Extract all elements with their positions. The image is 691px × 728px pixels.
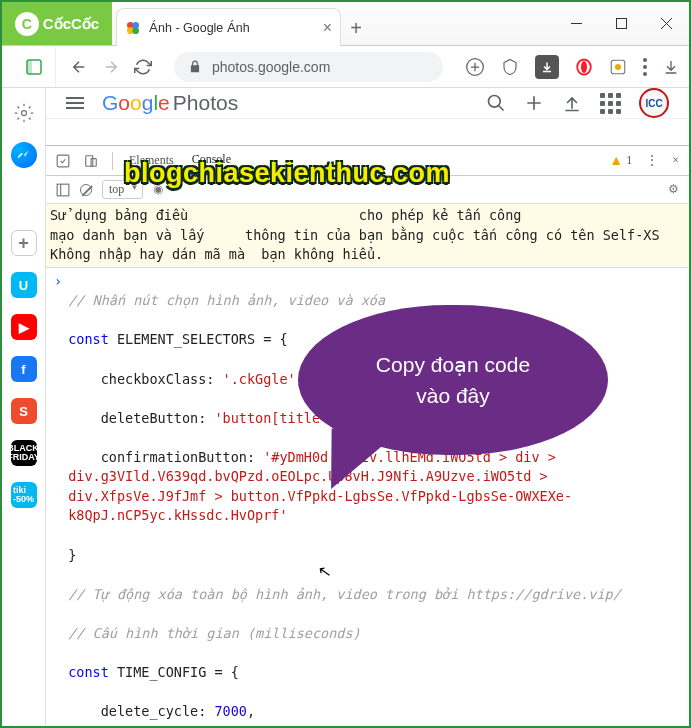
console-sidebar-icon[interactable] <box>56 183 70 197</box>
svg-point-13 <box>643 65 647 69</box>
opera-ext-icon[interactable] <box>575 58 593 76</box>
settings-icon[interactable] <box>11 100 37 126</box>
url-bar[interactable]: photos.google.com <box>174 52 443 82</box>
browser-toolbar: photos.google.com <box>2 46 689 88</box>
account-avatar[interactable]: ICC <box>639 88 669 118</box>
new-tab-button[interactable]: + <box>341 12 371 45</box>
shortcut-tiki[interactable]: tiki-50% <box>11 482 37 508</box>
callout-line1: Copy đoạn code <box>376 353 530 376</box>
apps-grid-icon[interactable] <box>600 93 621 114</box>
shortcut-blackfriday[interactable]: BLACKFRIDAY <box>11 440 37 466</box>
clear-console-icon[interactable] <box>80 184 92 196</box>
console-settings-icon[interactable]: ⚙ <box>668 182 679 197</box>
downloads-icon[interactable] <box>663 59 679 75</box>
extension-shield-icon[interactable] <box>501 58 519 76</box>
svg-rect-17 <box>57 155 69 167</box>
lock-icon <box>188 60 202 74</box>
shortcut-facebook[interactable]: f <box>11 356 37 382</box>
browser-side-panel: + U ▶ f S BLACKFRIDAY tiki-50% <box>2 88 46 726</box>
svg-rect-20 <box>57 184 69 196</box>
download-square-icon[interactable] <box>535 55 559 79</box>
browser-logo: C CốcCốc <box>2 2 112 45</box>
google-photos-logo: Google Photos <box>102 91 238 115</box>
shortcut-shopee[interactable]: S <box>11 398 37 424</box>
console-warning: Sử dụng bảng điều cho phép kẻ tấn công m… <box>46 204 689 268</box>
warnings-badge[interactable]: ▲1 <box>609 153 632 169</box>
devtools-menu-icon[interactable]: ⋮ <box>646 153 658 168</box>
shortcut-u[interactable]: U <box>11 272 37 298</box>
create-icon[interactable] <box>524 93 544 113</box>
browser-logo-text: CốcCốc <box>43 15 99 33</box>
browser-tab[interactable]: Ảnh - Google Ảnh × <box>116 8 341 46</box>
svg-rect-18 <box>86 155 93 166</box>
messenger-icon[interactable] <box>11 142 37 168</box>
callout-line2: vào đây <box>416 384 490 407</box>
svg-point-11 <box>615 64 621 70</box>
add-bookmark-icon[interactable] <box>465 57 485 77</box>
svg-point-12 <box>643 58 647 62</box>
window-maximize-button[interactable] <box>599 2 644 45</box>
watermark-overlay: blogchiasekienthuc.com <box>124 158 450 189</box>
photos-header: Google Photos ICC <box>46 88 689 119</box>
window-minimize-button[interactable] <box>554 2 599 45</box>
tab-title: Ảnh - Google Ảnh <box>149 20 315 35</box>
back-button[interactable] <box>70 58 88 76</box>
menu-icon[interactable] <box>643 58 647 76</box>
search-icon[interactable] <box>486 93 506 113</box>
add-shortcut-button[interactable]: + <box>11 230 37 256</box>
svg-point-15 <box>21 111 26 116</box>
window-close-button[interactable] <box>644 2 689 45</box>
svg-rect-19 <box>91 158 96 166</box>
url-text: photos.google.com <box>212 59 330 75</box>
svg-point-3 <box>132 27 139 34</box>
app-name-photos: Photos <box>173 91 238 115</box>
favicon-icon <box>125 20 141 36</box>
devtools-close-icon[interactable]: × <box>672 153 679 168</box>
svg-point-9 <box>581 61 587 73</box>
device-toggle-icon[interactable] <box>84 154 98 168</box>
svg-rect-6 <box>27 60 32 74</box>
photos-body: CN, 10 thg 11 Windows PE Menu Symantec G… <box>46 119 689 145</box>
upload-icon[interactable] <box>562 93 582 113</box>
forward-button[interactable] <box>102 58 120 76</box>
panel-toggle-icon[interactable] <box>26 59 42 75</box>
reload-button[interactable] <box>134 58 152 76</box>
shortcut-youtube[interactable]: ▶ <box>11 314 37 340</box>
svg-point-16 <box>489 96 501 108</box>
annotation-callout: Copy đoạn codevào đây <box>298 305 608 455</box>
tab-close-icon[interactable]: × <box>323 19 332 37</box>
svg-point-14 <box>643 72 647 76</box>
svg-rect-4 <box>617 19 627 29</box>
coccoc-badge-icon: C <box>15 12 39 36</box>
prompt-caret-icon: › <box>54 272 62 726</box>
inspect-icon[interactable] <box>56 154 70 168</box>
window-titlebar: C CốcCốc Ảnh - Google Ảnh × + <box>2 2 689 46</box>
savior-ext-icon[interactable] <box>609 58 627 76</box>
hamburger-icon[interactable] <box>66 97 84 109</box>
